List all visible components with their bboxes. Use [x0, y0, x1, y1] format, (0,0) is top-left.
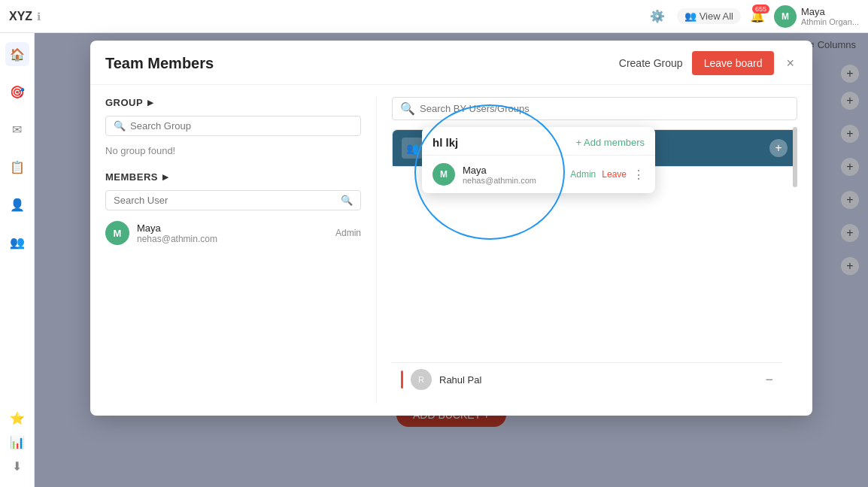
search-users-icon: 🔍 — [400, 101, 415, 116]
right-panel: 🔍 👥 Hl Lkj 1 Members + — [376, 97, 797, 404]
member-name: Maya — [137, 222, 217, 234]
rahul-minus-button[interactable]: − — [765, 372, 773, 388]
notification-badge: 655 — [752, 5, 769, 14]
members-section: MEMBERS ▶ 🔍 M Maya nehas@athmin.com Admi — [105, 171, 361, 250]
create-group-button[interactable]: Create Group — [619, 57, 683, 69]
member-email: nehas@athmin.com — [137, 234, 217, 244]
popup-member-row: M Maya nehas@athmin.com Admin Leave ⋮ — [422, 156, 655, 193]
team-members-modal: Team Members Create Group Leave board × … — [90, 41, 812, 416]
popup-add-members-button[interactable]: + Add members — [576, 137, 645, 148]
modal-overlay: Team Members Create Group Leave board × … — [35, 33, 868, 487]
sidebar-item-teams[interactable]: 👥 — [5, 230, 29, 254]
search-group-icon: 🔍 — [114, 120, 126, 132]
sidebar-item-table[interactable]: 📊 — [5, 430, 29, 454]
modal-close-button[interactable]: × — [783, 56, 797, 71]
scroll-indicator — [793, 127, 797, 187]
modal-header: Team Members Create Group Leave board × — [90, 41, 812, 85]
group-section-header[interactable]: GROUP ▶ — [105, 97, 361, 108]
search-users-box: 🔍 — [392, 97, 797, 120]
no-group-text: No group found! — [105, 142, 361, 159]
view-all-icon: 👥 — [684, 11, 697, 22]
popup-member-avatar: M — [432, 163, 455, 186]
rahul-avatar: R — [411, 369, 432, 390]
modal-title: Team Members — [105, 55, 619, 72]
user-org: Athmin Organ... — [801, 17, 859, 26]
top-bar: XYZ ℹ ⚙️ 👥 View All 🔔 655 M Maya Athmin … — [0, 0, 868, 33]
popup-member-name: Maya — [463, 165, 536, 176]
settings-icon[interactable]: ⚙️ — [647, 6, 668, 27]
sidebar-item-mail[interactable]: ✉ — [5, 117, 29, 141]
leave-board-button[interactable]: Leave board — [692, 51, 775, 75]
group-card-plus-button[interactable]: + — [769, 139, 788, 157]
search-user-icon: 🔍 — [341, 195, 353, 206]
members-arrow-icon: ▶ — [162, 173, 169, 181]
member-info: Maya nehas@athmin.com — [137, 222, 217, 244]
notification-button[interactable]: 🔔 655 — [750, 9, 765, 23]
sidebar-item-target[interactable]: 🎯 — [5, 80, 29, 104]
search-group-box: 🔍 — [105, 116, 361, 136]
popup-member-email: nehas@athmin.com — [463, 176, 536, 185]
left-panel: GROUP ▶ 🔍 No group found! MEMBERS ▶ — [105, 97, 361, 404]
sidebar-item-board[interactable]: 📋 — [5, 155, 29, 179]
sidebar-item-star[interactable]: ⭐ — [5, 406, 29, 430]
popup-member-info: Maya nehas@athmin.com — [463, 165, 536, 185]
search-users-input[interactable] — [420, 103, 789, 114]
rahul-divider — [401, 371, 403, 389]
member-item: M Maya nehas@athmin.com Admin — [105, 216, 361, 250]
members-section-header[interactable]: MEMBERS ▶ — [105, 171, 361, 183]
sidebar-item-home[interactable]: 🏠 — [5, 42, 29, 66]
user-avatar-chip[interactable]: M Maya Athmin Organ... — [774, 5, 859, 28]
top-bar-right: ⚙️ 👥 View All 🔔 655 M Maya Athmin Organ.… — [647, 5, 859, 28]
popup-member-actions: Admin Leave ⋮ — [570, 168, 645, 182]
member-avatar: M — [105, 221, 129, 245]
search-user-box: 🔍 — [105, 190, 361, 210]
popup-group-name: hl lkj — [432, 136, 458, 149]
sidebar-item-user[interactable]: 👤 — [5, 192, 29, 216]
popup-admin-button[interactable]: Admin — [570, 169, 596, 180]
view-all-button[interactable]: 👥 View All — [677, 8, 741, 24]
popup-leave-button[interactable]: Leave — [602, 169, 627, 180]
rahul-name: Rahul Pal — [439, 374, 481, 386]
info-icon: ℹ — [37, 11, 41, 23]
group-label: GROUP — [105, 97, 143, 108]
view-all-label: View All — [700, 11, 733, 22]
group-card-icon: 👥 — [402, 138, 423, 159]
modal-body: GROUP ▶ 🔍 No group found! MEMBERS ▶ — [90, 85, 812, 416]
sidebar: 🏠 🎯 ✉ 📋 👤 👥 ⭐ 📊 ⬇ — [0, 33, 35, 487]
user-name: Maya — [801, 6, 859, 17]
members-label: MEMBERS — [105, 171, 158, 183]
member-role: Admin — [335, 228, 361, 238]
modal-actions: Create Group Leave board × — [619, 51, 797, 75]
rahul-row: R Rahul Pal − — [392, 362, 782, 396]
avatar: M — [774, 5, 797, 28]
app-logo: XYZ — [9, 10, 32, 23]
sidebar-bottom: ⭐ 📊 ⬇ — [5, 406, 29, 478]
popup-header: hl lkj + Add members — [422, 127, 655, 156]
search-group-input[interactable] — [130, 120, 353, 132]
group-arrow-icon: ▶ — [147, 98, 154, 107]
sidebar-item-download[interactable]: ⬇ — [5, 454, 29, 478]
group-popup-tooltip: hl lkj + Add members M Maya nehas@athmin… — [422, 127, 655, 193]
search-user-input[interactable] — [114, 195, 336, 206]
user-info: Maya Athmin Organ... — [801, 6, 859, 26]
popup-more-button[interactable]: ⋮ — [633, 168, 645, 182]
